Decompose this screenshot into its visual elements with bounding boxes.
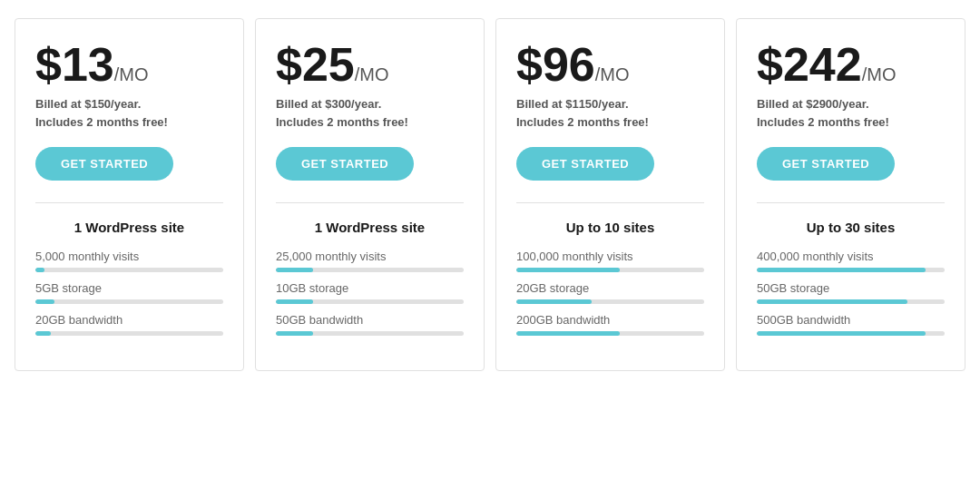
- feature-label-3-2: 20GB storage: [516, 281, 704, 295]
- feature-item-4-2: 50GB storage: [757, 281, 945, 304]
- feature-item-2-3: 50GB bandwidth: [276, 313, 464, 336]
- progress-bar-bg-2-2: [276, 299, 464, 304]
- billing-line2: Includes 2 months free!: [757, 115, 889, 129]
- get-started-button-4[interactable]: GET STARTED: [757, 147, 895, 181]
- sites-label-3: Up to 10 sites: [516, 220, 704, 235]
- plan-price-3: $96/MO: [516, 41, 630, 88]
- progress-bar-bg-2-3: [276, 331, 464, 336]
- divider-1: [35, 202, 223, 203]
- price-symbol: $: [276, 38, 302, 91]
- progress-bar-fill-2-1: [276, 268, 313, 272]
- feature-label-2-2: 10GB storage: [276, 281, 464, 295]
- progress-bar-bg-4-1: [757, 268, 945, 272]
- progress-bar-fill-4-2: [757, 299, 907, 304]
- price-period: /MO: [595, 64, 630, 84]
- divider-4: [757, 202, 945, 203]
- progress-bar-fill-3-1: [516, 268, 620, 272]
- plan-card-3: $96/MOBilled at $1150/year.Includes 2 mo…: [495, 18, 725, 371]
- feature-label-1-3: 20GB bandwidth: [35, 313, 223, 327]
- feature-label-4-2: 50GB storage: [757, 281, 945, 295]
- plan-card-4: $242/MOBilled at $2900/year.Includes 2 m…: [736, 18, 965, 371]
- price-period: /MO: [114, 64, 149, 84]
- price-symbol: $: [35, 38, 62, 91]
- plan-price-4: $242/MO: [757, 41, 896, 88]
- price-symbol: $: [516, 38, 543, 91]
- pricing-grid: $13/MOBilled at $150/year.Includes 2 mon…: [9, 18, 971, 371]
- plan-card-2: $25/MOBilled at $300/year.Includes 2 mon…: [255, 18, 485, 371]
- billing-info-4: Billed at $2900/year.Includes 2 months f…: [757, 95, 889, 131]
- plan-card-1: $13/MOBilled at $150/year.Includes 2 mon…: [15, 18, 244, 371]
- progress-bar-bg-4-3: [757, 331, 945, 336]
- progress-bar-fill-3-3: [516, 331, 620, 336]
- billing-line1: Billed at $150/year.: [35, 97, 141, 111]
- progress-bar-fill-3-2: [516, 299, 592, 304]
- feature-item-3-3: 200GB bandwidth: [516, 313, 704, 336]
- feature-item-3-2: 20GB storage: [516, 281, 704, 304]
- feature-item-3-1: 100,000 monthly visits: [516, 250, 704, 272]
- feature-label-3-1: 100,000 monthly visits: [516, 250, 704, 263]
- feature-label-2-1: 25,000 monthly visits: [276, 250, 464, 263]
- feature-item-4-3: 500GB bandwidth: [757, 313, 945, 336]
- billing-info-1: Billed at $150/year.Includes 2 months fr…: [35, 95, 168, 131]
- price-period: /MO: [355, 64, 389, 84]
- feature-item-4-1: 400,000 monthly visits: [757, 250, 945, 272]
- billing-info-3: Billed at $1150/year.Includes 2 months f…: [516, 95, 649, 131]
- progress-bar-bg-3-3: [516, 331, 704, 336]
- progress-bar-bg-2-1: [276, 268, 464, 272]
- progress-bar-fill-1-3: [35, 331, 51, 336]
- progress-bar-bg-1-3: [35, 331, 223, 336]
- feature-item-1-2: 5GB storage: [35, 281, 223, 304]
- progress-bar-fill-1-2: [35, 299, 54, 304]
- billing-info-2: Billed at $300/year.Includes 2 months fr…: [276, 95, 408, 131]
- feature-item-1-1: 5,000 monthly visits: [35, 250, 223, 272]
- billing-line1: Billed at $2900/year.: [757, 97, 869, 111]
- progress-bar-fill-4-3: [757, 331, 926, 336]
- price-symbol: $: [757, 38, 783, 91]
- feature-item-2-2: 10GB storage: [276, 281, 464, 304]
- billing-line1: Billed at $1150/year.: [516, 97, 629, 111]
- billing-line2: Includes 2 months free!: [35, 115, 168, 129]
- feature-label-1-2: 5GB storage: [35, 281, 223, 295]
- feature-item-1-3: 20GB bandwidth: [35, 313, 223, 336]
- progress-bar-bg-1-1: [35, 268, 223, 272]
- progress-bar-bg-4-2: [757, 299, 945, 304]
- progress-bar-fill-2-2: [276, 299, 313, 304]
- feature-label-4-3: 500GB bandwidth: [757, 313, 945, 327]
- feature-label-3-3: 200GB bandwidth: [516, 313, 704, 327]
- feature-item-2-1: 25,000 monthly visits: [276, 250, 464, 272]
- progress-bar-bg-3-1: [516, 268, 704, 272]
- billing-line2: Includes 2 months free!: [516, 115, 649, 129]
- get-started-button-1[interactable]: GET STARTED: [35, 147, 173, 181]
- feature-label-2-3: 50GB bandwidth: [276, 313, 464, 327]
- progress-bar-fill-1-1: [35, 268, 44, 272]
- price-period: /MO: [862, 64, 897, 84]
- plan-price-1: $13/MO: [35, 41, 149, 88]
- plan-price-2: $25/MO: [276, 41, 389, 88]
- sites-label-4: Up to 30 sites: [757, 220, 945, 235]
- progress-bar-fill-4-1: [757, 268, 926, 272]
- get-started-button-2[interactable]: GET STARTED: [276, 147, 414, 181]
- progress-bar-fill-2-3: [276, 331, 313, 336]
- progress-bar-bg-1-2: [35, 299, 223, 304]
- progress-bar-bg-3-2: [516, 299, 704, 304]
- billing-line1: Billed at $300/year.: [276, 97, 381, 111]
- get-started-button-3[interactable]: GET STARTED: [516, 147, 654, 181]
- sites-label-1: 1 WordPress site: [35, 220, 223, 235]
- divider-3: [516, 202, 704, 203]
- feature-label-4-1: 400,000 monthly visits: [757, 250, 945, 263]
- feature-label-1-1: 5,000 monthly visits: [35, 250, 223, 263]
- divider-2: [276, 202, 464, 203]
- billing-line2: Includes 2 months free!: [276, 115, 408, 129]
- sites-label-2: 1 WordPress site: [276, 220, 464, 235]
